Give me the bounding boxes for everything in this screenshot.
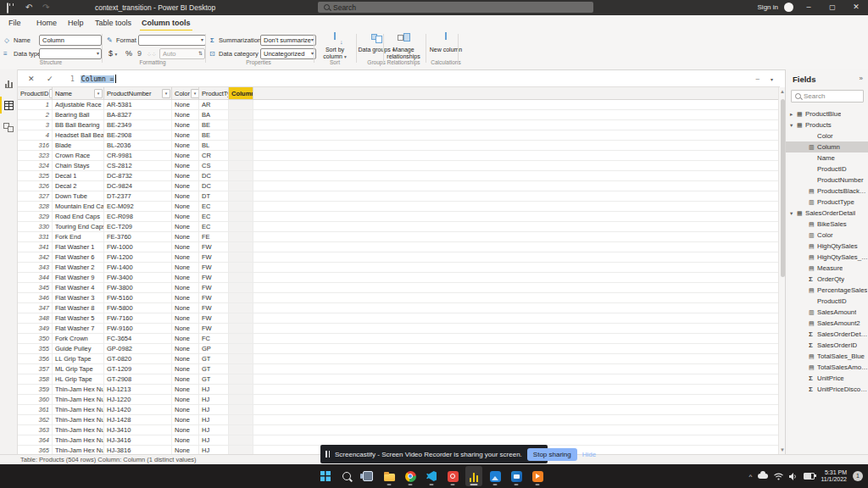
table-cell[interactable]: None [172,232,199,241]
table-cell[interactable] [229,435,253,445]
field-item-bikesales[interactable]: ▤BikeSales [786,219,868,230]
table-cell[interactable]: 343 [18,263,53,272]
table-cell[interactable] [229,446,253,454]
formula-bar[interactable]: ✕ ✓ 1 Column = – ▾ [18,73,780,87]
table-cell[interactable]: None [172,110,199,119]
taskbar-search-icon[interactable] [338,466,355,486]
field-item-productblue[interactable]: ▸▦ProductBlue [786,108,868,119]
table-row[interactable]: 357ML Grip TapeGT-1209NoneGT [18,364,778,374]
table-cell[interactable]: FE [199,232,229,241]
field-item-highqtysales[interactable]: ▤HighQtySales [786,241,868,252]
table-cell[interactable]: FW-5160 [104,293,172,302]
taskbar-screencastify-icon[interactable] [529,466,546,486]
table-cell[interactable]: DT-2377 [104,191,172,201]
table-cell[interactable]: None [172,303,199,313]
tab-file[interactable]: File [8,18,21,29]
table-cell[interactable]: GT-1209 [104,364,172,374]
table-cell[interactable]: 341 [18,242,53,252]
table-cell[interactable]: None [172,222,199,231]
table-row[interactable]: 343Flat Washer 2FW-1400NoneFW [18,263,778,273]
filter-chevron-icon[interactable]: ▾ [191,89,199,98]
field-item-unitprice[interactable]: ΣUnitPrice [786,373,868,384]
table-cell[interactable]: FC [199,334,229,343]
data-view-button[interactable] [0,95,17,115]
tab-table-tools[interactable]: Table tools [95,18,131,29]
table-row[interactable]: 326Decal 2DC-9824NoneDC [18,181,778,191]
table-cell[interactable] [229,120,253,130]
table-cell[interactable]: GT [199,354,229,363]
fields-search-box[interactable]: Search [791,90,864,103]
table-cell[interactable]: FW-1000 [104,242,172,252]
table-cell[interactable]: FW [199,252,229,262]
field-item-productsblackmeasu-[interactable]: ▤ProductsBlackMeasu... [786,186,868,197]
table-cell[interactable]: None [172,100,199,109]
column-header-producttype[interactable]: ProductType▾ [199,87,229,99]
table-cell[interactable]: CS-2812 [104,161,172,170]
table-cell[interactable]: None [172,151,199,160]
table-cell[interactable]: Flat Washer 7 [53,324,104,333]
account-avatar[interactable] [784,3,793,12]
table-cell[interactable]: GT [199,364,229,374]
table-row[interactable]: 328Mountain End CapsEC-M092NoneEC [18,202,778,212]
table-row[interactable]: 361Thin-Jam Hex Nut 1HJ-1420NoneHJ [18,405,778,415]
field-item-productid[interactable]: ProductID [786,296,868,307]
taskbar-file-explorer-icon[interactable] [381,466,398,486]
table-cell[interactable]: HJ-3416 [104,435,172,445]
table-cell[interactable]: BA [199,110,229,119]
table-cell[interactable]: 342 [18,252,53,262]
table-cell[interactable]: CS [199,161,229,170]
taskbar-power-bi-icon[interactable] [465,466,482,486]
table-cell[interactable]: 325 [18,171,53,180]
table-cell[interactable]: FW [199,303,229,313]
table-cell[interactable]: 348 [18,313,53,323]
column-header-name[interactable]: Name▾ [53,87,104,99]
table-cell[interactable]: 364 [18,435,53,445]
table-cell[interactable]: None [172,405,199,414]
table-cell[interactable]: None [172,161,199,170]
formula-expression[interactable]: Column = [81,75,115,83]
decimal-places-spinner[interactable]: Auto⇅ [159,48,205,59]
table-cell[interactable]: FW [199,313,229,323]
field-item-totalsalesamount[interactable]: ▤TotalSalesAmount [786,362,868,373]
table-cell[interactable]: DC-8732 [104,171,172,180]
table-row[interactable]: 355Guide PulleyGP-0982NoneGP [18,344,778,354]
table-cell[interactable]: None [172,141,199,150]
table-row[interactable]: 347Flat Washer 8FW-5800NoneFW [18,303,778,313]
redo-icon[interactable]: ↷ [42,3,49,13]
table-cell[interactable]: FC-3654 [104,334,172,343]
table-cell[interactable]: Fork Crown [53,334,104,343]
table-cell[interactable] [229,141,253,150]
table-cell[interactable]: HJ [199,385,229,394]
table-cell[interactable]: BA-8327 [104,110,172,119]
table-cell[interactable]: 358 [18,374,53,384]
table-cell[interactable]: None [172,120,199,130]
table-cell[interactable]: Guide Pulley [53,344,104,353]
table-cell[interactable]: Flat Washer 2 [53,263,104,272]
stop-sharing-button[interactable]: Stop sharing [527,448,577,461]
table-cell[interactable]: 362 [18,415,53,424]
table-row[interactable]: 324Chain StaysCS-2812NoneCS [18,161,778,171]
table-cell[interactable]: None [172,212,199,221]
table-cell[interactable]: FW-3400 [104,273,172,282]
commit-formula-icon[interactable]: ✓ [47,75,53,83]
table-cell[interactable]: 326 [18,181,53,191]
table-cell[interactable] [229,232,253,241]
taskbar-chrome-icon[interactable] [402,466,419,486]
taskbar-start-icon[interactable] [317,466,334,486]
thousands-button[interactable]: 9 [137,48,142,58]
table-cell[interactable]: Flat Washer 5 [53,313,104,323]
tree-expander-icon[interactable]: ▾ [790,122,797,129]
field-item-orderqty[interactable]: ΣOrderQty [786,274,868,285]
tab-column-tools[interactable]: Column tools [142,18,191,29]
table-cell[interactable] [229,303,253,313]
collapse-formula-bar-icon[interactable]: – [756,75,760,82]
table-cell[interactable] [229,344,253,353]
field-item-percentagesales[interactable]: ▤PercentageSales [786,285,868,296]
table-row[interactable]: 1Adjustable RaceAR-5381NoneAR [18,100,778,110]
table-cell[interactable]: Headset Ball Bearings [53,130,104,140]
table-cell[interactable]: Crown Race [53,151,104,160]
table-cell[interactable] [229,100,253,109]
table-cell[interactable] [229,415,253,424]
table-cell[interactable]: DC-9824 [104,181,172,191]
table-cell[interactable]: FW [199,324,229,333]
